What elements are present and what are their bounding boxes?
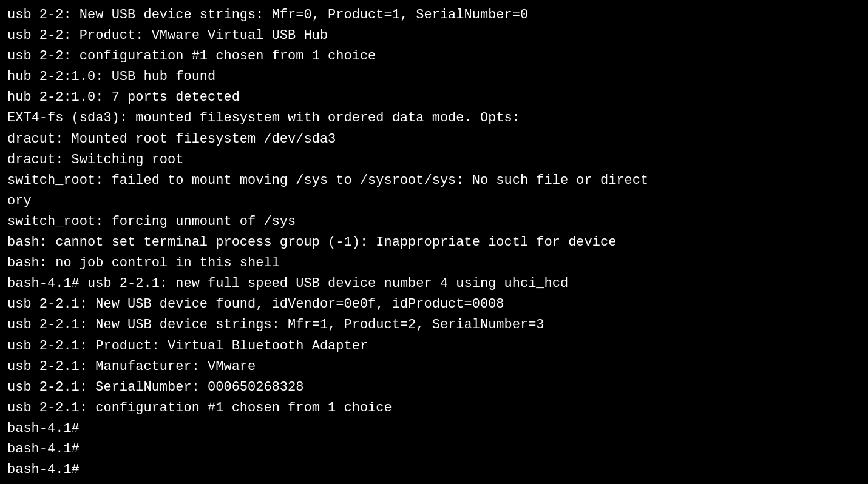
terminal-line: dracut: Mounted root filesystem /dev/sda… xyxy=(7,129,861,150)
terminal-line: hub 2-2:1.0: 7 ports detected xyxy=(7,87,861,108)
terminal-line: usb 2-2.1: Manufacturer: VMware xyxy=(7,357,861,377)
terminal-line: switch_root: failed to mount moving /sys… xyxy=(7,170,861,191)
terminal-line: usb 2-2: Product: VMware Virtual USB Hub xyxy=(7,25,861,46)
terminal-line: bash-4.1# usb 2-2.1: new full speed USB … xyxy=(7,274,861,294)
terminal-line: usb 2-2: New USB device strings: Mfr=0, … xyxy=(7,5,861,25)
terminal-line: bash-4.1# xyxy=(7,439,861,460)
terminal-output[interactable]: usb 2-2: New USB device strings: Mfr=0, … xyxy=(7,5,861,479)
terminal-line: EXT4-fs (sda3): mounted filesystem with … xyxy=(7,108,861,129)
terminal-line: bash: cannot set terminal process group … xyxy=(7,232,861,253)
terminal-line: usb 2-2.1: SerialNumber: 000650268328 xyxy=(7,377,861,398)
terminal-line: hub 2-2:1.0: USB hub found xyxy=(7,67,861,87)
terminal-line: usb 2-2.1: New USB device found, idVendo… xyxy=(7,294,861,315)
terminal-line: bash-4.1# xyxy=(7,418,861,439)
terminal-line: usb 2-2: configuration #1 chosen from 1 … xyxy=(7,46,861,67)
terminal-line: bash-4.1# xyxy=(7,460,861,479)
terminal-line: bash: no job control in this shell xyxy=(7,253,861,274)
terminal-line: usb 2-2.1: Product: Virtual Bluetooth Ad… xyxy=(7,336,861,357)
terminal-line: usb 2-2.1: New USB device strings: Mfr=1… xyxy=(7,315,861,335)
terminal-line: ory xyxy=(7,191,861,212)
terminal-line: switch_root: forcing unmount of /sys xyxy=(7,212,861,232)
terminal-line: dracut: Switching root xyxy=(7,150,861,170)
terminal-line: usb 2-2.1: configuration #1 chosen from … xyxy=(7,398,861,418)
